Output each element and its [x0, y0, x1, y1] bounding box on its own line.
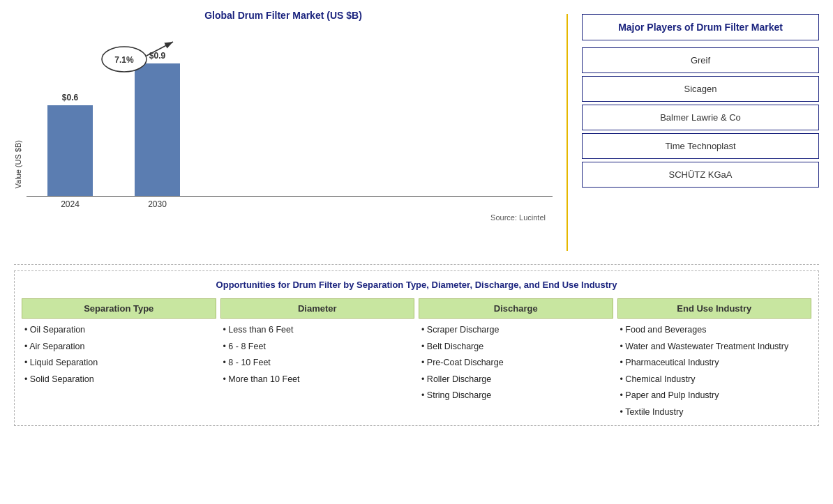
item-textile: Textile Industry	[620, 406, 809, 419]
bar-2030	[135, 63, 180, 196]
column-header-diameter: Diameter	[220, 298, 415, 319]
column-items-diameter: Less than 6 Feet 6 - 8 Feet 8 - 10 Feet …	[220, 324, 415, 385]
item-pharmaceutical: Pharmaceutical Industry	[620, 357, 809, 369]
item-precoat: Pre-Coat Discharge	[421, 357, 610, 369]
column-items-discharge: Scraper Discharge Belt Discharge Pre-Coa…	[419, 324, 613, 402]
item-scraper: Scraper Discharge	[421, 324, 610, 337]
right-panel-title: Major Players of Drum Filter Market	[582, 14, 819, 40]
item-less-6: Less than 6 Feet	[223, 324, 412, 337]
bottom-section: Opportunities for Drum Filter by Separat…	[14, 270, 819, 426]
column-discharge: Discharge Scraper Discharge Belt Dischar…	[419, 298, 613, 418]
item-8-10: 8 - 10 Feet	[223, 357, 412, 369]
bar-group-2030: $0.9	[135, 51, 180, 196]
item-water-wastewater: Water and Wastewater Treatment Industry	[620, 341, 809, 353]
column-separation-type: Separation Type Oil Separation Air Separ…	[22, 298, 216, 418]
column-header-separation: Separation Type	[22, 298, 216, 319]
right-panel: Major Players of Drum Filter Market Grei…	[582, 7, 819, 257]
x-label-2024: 2024	[47, 197, 93, 209]
item-paper-pulp: Paper and Pulp Industry	[620, 390, 809, 402]
item-string: String Discharge	[421, 390, 610, 402]
item-oil-separation: Oil Separation	[24, 324, 213, 337]
player-time: Time Technoplast	[582, 133, 819, 159]
column-header-discharge: Discharge	[419, 298, 613, 319]
item-6-8: 6 - 8 Feet	[223, 341, 412, 353]
chart-area: Global Drum Filter Market (US $B) Value …	[14, 7, 553, 257]
y-axis-label: Value (US $B)	[14, 140, 22, 189]
player-sicagen: Sicagen	[582, 76, 819, 102]
column-diameter: Diameter Less than 6 Feet 6 - 8 Feet 8 -…	[220, 298, 415, 418]
item-liquid-separation: Liquid Separation	[24, 357, 213, 369]
item-belt: Belt Discharge	[421, 341, 610, 353]
columns-row: Separation Type Oil Separation Air Separ…	[22, 298, 811, 418]
chart-plot: 7.1% $0.6	[27, 28, 553, 209]
bottom-title: Opportunities for Drum Filter by Separat…	[22, 280, 811, 290]
item-food-beverages: Food and Beverages	[620, 324, 809, 337]
player-balmer: Balmer Lawrie & Co	[582, 105, 819, 130]
chart-inner: Value (US $B) 7.1%	[14, 28, 553, 209]
bar-group-2024: $0.6	[47, 93, 93, 196]
item-roller: Roller Discharge	[421, 374, 610, 386]
player-schutz: SCHÜTZ KGaA	[582, 162, 819, 188]
column-items-end-use: Food and Beverages Water and Wastewater …	[617, 324, 812, 418]
player-greif: Greif	[582, 47, 819, 73]
top-section: Global Drum Filter Market (US $B) Value …	[14, 7, 819, 265]
item-chemical: Chemical Industry	[620, 374, 809, 386]
column-end-use: End Use Industry Food and Beverages Wate…	[617, 298, 812, 418]
item-more-10: More than 10 Feet	[223, 374, 412, 386]
column-items-separation: Oil Separation Air Separation Liquid Sep…	[22, 324, 216, 385]
bar-value-2030: $0.9	[149, 51, 165, 61]
x-labels: 2024 2030	[27, 197, 553, 209]
vertical-separator	[566, 14, 568, 251]
bar-2024	[47, 105, 93, 196]
bar-value-2024: $0.6	[62, 93, 78, 102]
column-header-end-use: End Use Industry	[617, 298, 812, 319]
chart-title: Global Drum Filter Market (US $B)	[204, 10, 362, 21]
item-solid-separation: Solid Separation	[24, 374, 213, 386]
svg-text:7.1%: 7.1%	[114, 55, 134, 65]
source-text: Source: Lucintel	[14, 213, 553, 222]
main-container: Global Drum Filter Market (US $B) Value …	[0, 0, 833, 504]
item-air-separation: Air Separation	[24, 341, 213, 353]
bars-row: 7.1% $0.6	[27, 28, 553, 196]
x-label-2030: 2030	[135, 197, 180, 209]
